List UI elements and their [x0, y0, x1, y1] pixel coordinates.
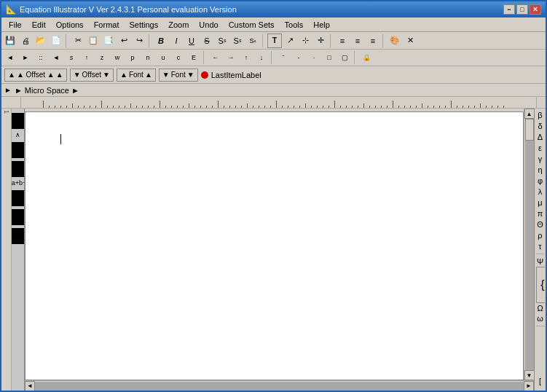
ruler-tick-31 [224, 106, 229, 108]
offset-down-button[interactable]: ▼ Offset ▼ [70, 68, 114, 82]
tb2-p[interactable]: p [125, 50, 140, 65]
sep7 [271, 51, 274, 64]
tb2-z[interactable]: z [95, 50, 109, 65]
tb2-s[interactable]: s [64, 50, 79, 65]
tb-text-color[interactable]: T [267, 34, 282, 48]
tb2-back2[interactable]: ◄ [49, 50, 63, 65]
hscroll-left-button[interactable]: ◄ [25, 381, 35, 391]
tb2-left[interactable]: ← [208, 50, 223, 65]
tb-print[interactable]: 🖨 [18, 34, 33, 48]
menu-help[interactable]: Help [309, 20, 334, 30]
tb-color[interactable]: 🎨 [387, 34, 402, 48]
tb2-down[interactable]: ↓ [254, 50, 269, 65]
tb2-dots[interactable]: :: [34, 50, 48, 65]
ruler-tick-67 [433, 106, 439, 108]
greek-rho[interactable]: ρ [535, 230, 546, 240]
tb2-w[interactable]: w [110, 50, 125, 65]
tb-subscript[interactable]: Ss [230, 34, 245, 48]
greek-lambda[interactable]: λ [535, 187, 546, 197]
tb-italic[interactable]: I [169, 34, 184, 48]
ruler-mark-1: 1 [3, 110, 10, 114]
tb2-n[interactable]: n [141, 50, 155, 65]
tb-select[interactable]: ↗ [283, 34, 297, 48]
menu-tools[interactable]: Tools [280, 20, 308, 30]
tb-underline[interactable]: U [184, 34, 199, 48]
tb2-dot[interactable]: · [307, 50, 321, 65]
left-ruler: 1 [1, 109, 12, 391]
tb-paste[interactable]: 📑 [101, 34, 116, 48]
tb2-fwd[interactable]: ► [18, 50, 33, 65]
tb2-box2[interactable]: ▢ [337, 50, 352, 65]
tb2-c[interactable]: c [171, 50, 186, 65]
tb2-lock[interactable]: 🔒 [359, 50, 374, 65]
tb-ss[interactable]: Ss [245, 34, 260, 48]
tb-add[interactable]: ✛ [313, 34, 328, 48]
tb-open[interactable]: 📂 [34, 34, 48, 48]
menu-custom-sets[interactable]: Custom Sets [224, 20, 279, 30]
font-down-button[interactable]: ▼ Font ▼ [159, 68, 198, 82]
tb-new[interactable]: 📄 [49, 34, 63, 48]
app-window: 📐 Equation Illustrator V Ver 2.4.3.1 Per… [0, 0, 547, 392]
ruler-tick-51 [340, 106, 346, 108]
maximize-button[interactable]: □ [516, 4, 528, 15]
offset-up-button[interactable]: ▲ ▲ Offset ▲ ▲ [4, 68, 67, 82]
greek-pi[interactable]: π [535, 208, 546, 219]
tb-undo[interactable]: ↩ [117, 34, 131, 48]
menu-settings[interactable]: Settings [125, 20, 162, 30]
greek-eta[interactable]: η [535, 165, 546, 175]
greek-omega[interactable]: ω [535, 313, 546, 324]
menu-file[interactable]: File [4, 20, 26, 30]
greek-beta[interactable]: β [535, 110, 546, 120]
greek-epsilon[interactable]: ε [535, 143, 546, 153]
tb2-u[interactable]: u [156, 50, 170, 65]
tb2-right[interactable]: → [224, 50, 238, 65]
offset-down-label: Offset [82, 71, 102, 79]
tb2-box[interactable]: □ [322, 50, 337, 65]
tb-bold[interactable]: B [154, 34, 168, 48]
tb-align-left[interactable]: ≡ [335, 34, 350, 48]
greek-mu[interactable]: μ [535, 197, 546, 208]
tb-copy[interactable]: 📋 [86, 34, 101, 48]
tb-superscript[interactable]: Ss [215, 34, 229, 48]
greek-tau[interactable]: τ [535, 241, 546, 251]
scroll-up-button[interactable]: ▲ [524, 109, 535, 119]
tb-align-right[interactable]: ≡ [366, 34, 380, 48]
tb2-up2[interactable]: ↑ [239, 50, 253, 65]
greek-bracket-char[interactable]: [ [535, 376, 546, 386]
menu-edit[interactable]: Edit [28, 20, 50, 30]
hscroll-track[interactable] [35, 382, 524, 391]
tb-save[interactable]: 💾 [3, 34, 17, 48]
greek-Psi[interactable]: Ψ [535, 256, 546, 267]
tb-close[interactable]: ✕ [403, 34, 417, 48]
greek-delta[interactable]: δ [535, 121, 546, 131]
greek-Delta[interactable]: Δ [535, 132, 546, 142]
menu-undo[interactable]: Undo [194, 20, 222, 30]
tb2-bar[interactable]: ˉ [276, 50, 291, 65]
scroll-track[interactable] [525, 119, 534, 370]
greek-Omega[interactable]: Ω [535, 303, 546, 313]
greek-gamma[interactable]: γ [535, 154, 546, 164]
menu-zoom[interactable]: Zoom [164, 20, 193, 30]
tb-crosshair[interactable]: ⊹ [298, 34, 312, 48]
minimize-button[interactable]: − [503, 4, 515, 15]
menu-format[interactable]: Format [90, 20, 124, 30]
tb-align-center[interactable]: ≡ [350, 34, 365, 48]
tb2-up[interactable]: ↑ [79, 50, 94, 65]
tb2-dash[interactable]: - [291, 50, 306, 65]
tb-cut[interactable]: ✂ [71, 34, 85, 48]
close-button[interactable]: ✕ [530, 4, 541, 15]
scroll-down-button[interactable]: ▼ [524, 370, 535, 380]
canvas-paper[interactable] [25, 111, 524, 380]
tb2-back[interactable]: ◄ [3, 50, 17, 65]
menu-options[interactable]: Options [52, 20, 88, 30]
ruler-tick-64 [416, 106, 422, 108]
font-up-button[interactable]: ▲ Font ▲ [117, 68, 156, 82]
hscroll-right-button[interactable]: ► [524, 381, 534, 391]
greek-phi[interactable]: φ [535, 176, 546, 186]
tb-redo[interactable]: ↪ [132, 34, 146, 48]
ruler-tick-74 [474, 106, 480, 108]
tb2-e[interactable]: E [186, 50, 201, 65]
tb-strikethrough[interactable]: S [200, 34, 214, 48]
greek-Theta[interactable]: Θ [535, 219, 546, 230]
scroll-thumb[interactable] [525, 119, 534, 141]
